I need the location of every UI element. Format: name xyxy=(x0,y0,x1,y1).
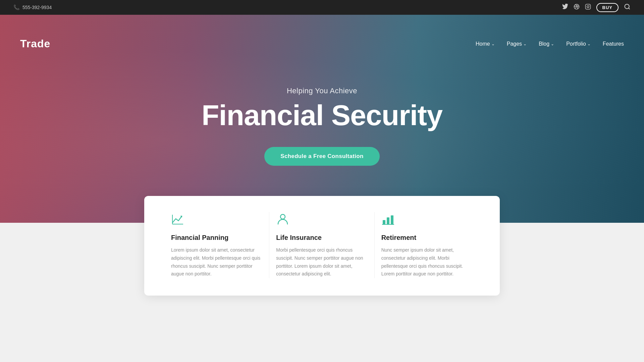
svg-point-4 xyxy=(625,4,629,8)
search-icon[interactable] xyxy=(624,3,631,12)
instagram-icon[interactable] xyxy=(585,4,591,11)
svg-point-8 xyxy=(280,214,285,219)
svg-rect-10 xyxy=(387,217,389,224)
svg-point-2 xyxy=(587,6,589,8)
hero-section: Trade Home ⌄ Pages ⌄ Blog ⌄ Portfolio ⌄ … xyxy=(0,15,644,223)
header: Trade Home ⌄ Pages ⌄ Blog ⌄ Portfolio ⌄ … xyxy=(0,30,644,58)
services-card: Financial Panning Lorem ipsum dolor sit … xyxy=(144,196,500,296)
svg-rect-1 xyxy=(585,4,590,9)
service-retirement: Retirement Nunc semper ipsum dolor sit a… xyxy=(375,212,480,278)
svg-rect-11 xyxy=(391,215,393,224)
nav-home[interactable]: Home ⌄ xyxy=(476,41,495,47)
service-title-retirement: Retirement xyxy=(381,234,473,242)
service-desc-retirement: Nunc semper ipsum dolor sit amet, consec… xyxy=(381,246,473,278)
consultation-button[interactable]: Schedule a Free Consultation xyxy=(264,147,379,166)
buy-button[interactable]: BUY xyxy=(596,3,619,12)
chevron-down-icon: ⌄ xyxy=(551,42,554,46)
phone-icon: 📞 xyxy=(13,4,20,10)
twitter-icon[interactable] xyxy=(562,4,568,11)
chevron-down-icon: ⌄ xyxy=(587,42,591,46)
service-life-insurance: Life Insurance Morbi pellentesque orci q… xyxy=(269,212,374,278)
phone-number: 555-392-9934 xyxy=(22,5,52,10)
phone-section: 📞 555-392-9934 xyxy=(13,4,52,10)
svg-rect-9 xyxy=(383,220,385,224)
life-insurance-icon xyxy=(276,212,367,228)
hero-title: Financial Security xyxy=(202,99,442,131)
chevron-down-icon: ⌄ xyxy=(491,42,495,46)
dribbble-icon[interactable] xyxy=(574,4,580,11)
retirement-icon xyxy=(381,212,473,228)
nav-features[interactable]: Features xyxy=(603,41,624,47)
main-nav: Home ⌄ Pages ⌄ Blog ⌄ Portfolio ⌄ Featur… xyxy=(476,41,624,47)
topbar-right: BUY xyxy=(562,3,631,12)
service-title-insurance: Life Insurance xyxy=(276,234,367,242)
nav-pages[interactable]: Pages ⌄ xyxy=(507,41,527,47)
svg-point-3 xyxy=(589,5,590,6)
hero-content: Helping You Achieve Financial Security S… xyxy=(202,72,442,166)
nav-blog[interactable]: Blog ⌄ xyxy=(539,41,554,47)
topbar: 📞 555-392-9934 BUY xyxy=(0,0,644,15)
svg-line-5 xyxy=(629,8,630,9)
service-title-financial: Financial Panning xyxy=(171,234,262,242)
financial-planning-icon xyxy=(171,212,262,228)
service-desc-insurance: Morbi pellentesque orci quis rhoncus sus… xyxy=(276,246,367,278)
chevron-down-icon: ⌄ xyxy=(523,42,527,46)
hero-subtitle: Helping You Achieve xyxy=(202,87,442,95)
site-logo[interactable]: Trade xyxy=(20,38,50,50)
service-desc-financial: Lorem ipsum dolor sit amet, consectetur … xyxy=(171,246,262,278)
service-financial-planning: Financial Panning Lorem ipsum dolor sit … xyxy=(164,212,269,278)
nav-portfolio[interactable]: Portfolio ⌄ xyxy=(566,41,591,47)
